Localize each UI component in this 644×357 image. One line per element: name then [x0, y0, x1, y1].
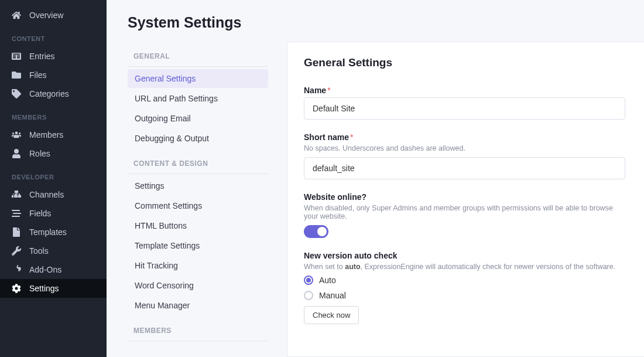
panel-title: General Settings	[304, 56, 625, 69]
field-label-name: Name*	[304, 86, 625, 95]
required-asterisk: *	[327, 86, 330, 95]
sidebar-item-overview[interactable]: Overview	[0, 6, 107, 25]
short-name-input[interactable]	[304, 157, 625, 179]
divider	[128, 174, 268, 174]
subnav-item-debugging-output[interactable]: Debugging & Output	[128, 129, 268, 148]
field-version-check: New version auto check When set to auto,…	[304, 251, 625, 324]
online-toggle[interactable]	[304, 225, 328, 238]
radio-label: Auto	[319, 276, 336, 285]
name-input[interactable]	[304, 97, 625, 120]
wrench-icon	[12, 246, 21, 256]
subnav-item-settings[interactable]: Settings	[128, 176, 268, 195]
subnav-group-label: MEMBERS	[128, 316, 268, 341]
sidebar-item-members[interactable]: Members	[0, 125, 107, 144]
puzzle-icon	[12, 265, 21, 274]
settings-panel: General Settings Name* Short name* No sp…	[287, 42, 644, 357]
sidebar-item-label: Roles	[29, 149, 50, 158]
subnav-group-label: GENERAL	[128, 42, 268, 66]
radio-manual[interactable]: Manual	[304, 291, 625, 300]
file-icon	[12, 227, 21, 237]
folder-icon	[12, 70, 21, 80]
sidebar-item-label: Entries	[29, 52, 55, 61]
page-title: System Settings	[128, 14, 623, 31]
sidebar-item-label: Tools	[29, 246, 49, 256]
radio-auto[interactable]: Auto	[304, 276, 625, 285]
subnav-group-label: CONTENT & DESIGN	[128, 149, 268, 174]
sidebar-group-label: CONTENT	[0, 25, 107, 47]
page-header: System Settings	[107, 0, 644, 42]
radio-indicator	[304, 276, 313, 285]
subnav-item-outgoing-email[interactable]: Outgoing Email	[128, 109, 268, 128]
sidebar-item-label: Categories	[29, 89, 69, 98]
main-content: System Settings GENERALGeneral SettingsU…	[107, 0, 644, 357]
subnav-item-html-buttons[interactable]: HTML Buttons	[128, 216, 268, 235]
home-icon	[12, 11, 21, 20]
sidebar-item-categories[interactable]: Categories	[0, 84, 107, 103]
subnav-item-general-settings[interactable]: General Settings	[128, 69, 268, 88]
short-name-help: No spaces. Underscores and dashes are al…	[304, 144, 625, 152]
radio-label: Manual	[319, 291, 346, 300]
subnav-item-word-censoring[interactable]: Word Censoring	[128, 276, 268, 295]
sidebar-item-label: Files	[29, 70, 47, 80]
field-label-short-name: Short name*	[304, 132, 625, 142]
gear-icon	[12, 284, 21, 293]
subnav-item-comment-settings[interactable]: Comment Settings	[128, 196, 268, 215]
users-icon	[12, 130, 21, 140]
settings-subnav: GENERALGeneral SettingsURL and Path Sett…	[128, 42, 268, 357]
sidebar-item-files[interactable]: Files	[0, 66, 107, 84]
sidebar-item-templates[interactable]: Templates	[0, 223, 107, 242]
sidebar-group-label: DEVELOPER	[0, 163, 107, 185]
entries-icon	[12, 52, 21, 61]
sidebar-item-tools[interactable]: Tools	[0, 242, 107, 260]
sidebar-item-label: Channels	[29, 190, 64, 199]
sidebar-item-settings[interactable]: Settings	[0, 279, 107, 298]
field-name: Name*	[304, 86, 625, 120]
field-short-name: Short name* No spaces. Underscores and d…	[304, 132, 625, 179]
main-sidebar: Overview CONTENTEntriesFilesCategoriesME…	[0, 0, 107, 357]
sidebar-item-label: Members	[29, 130, 63, 140]
sidebar-item-channels[interactable]: Channels	[0, 185, 107, 204]
sitemap-icon	[12, 190, 21, 199]
sidebar-item-roles[interactable]: Roles	[0, 144, 107, 163]
sidebar-item-entries[interactable]: Entries	[0, 47, 107, 66]
subnav-item-url-and-path-settings[interactable]: URL and Path Settings	[128, 89, 268, 108]
sidebar-item-add-ons[interactable]: Add-Ons	[0, 260, 107, 279]
required-asterisk: *	[350, 132, 353, 142]
sidebar-item-label: Overview	[29, 11, 63, 20]
sidebar-item-label: Settings	[29, 284, 59, 293]
divider	[128, 66, 268, 67]
subnav-item-menu-manager[interactable]: Menu Manager	[128, 296, 268, 315]
field-website-online: Website online? When disabled, only Supe…	[304, 192, 625, 238]
sidebar-group-label: MEMBERS	[0, 103, 107, 125]
online-help: When disabled, only Super Admins and mem…	[304, 204, 625, 220]
sidebar-item-label: Templates	[29, 227, 67, 237]
sidebar-item-fields[interactable]: Fields	[0, 204, 107, 223]
radio-indicator	[304, 291, 313, 300]
subnav-item-hit-tracking[interactable]: Hit Tracking	[128, 256, 268, 275]
check-now-button[interactable]: Check now	[304, 306, 359, 324]
sidebar-item-label: Add-Ons	[29, 265, 61, 274]
bars-staggered-icon	[12, 209, 21, 218]
sidebar-item-label: Fields	[29, 209, 51, 218]
field-label-online: Website online?	[304, 192, 625, 202]
user-icon	[12, 149, 21, 158]
field-label-version: New version auto check	[304, 251, 625, 260]
tag-icon	[12, 89, 21, 98]
subnav-item-template-settings[interactable]: Template Settings	[128, 236, 268, 255]
version-help: When set to auto, ExpressionEngine will …	[304, 263, 625, 271]
divider	[128, 341, 268, 341]
